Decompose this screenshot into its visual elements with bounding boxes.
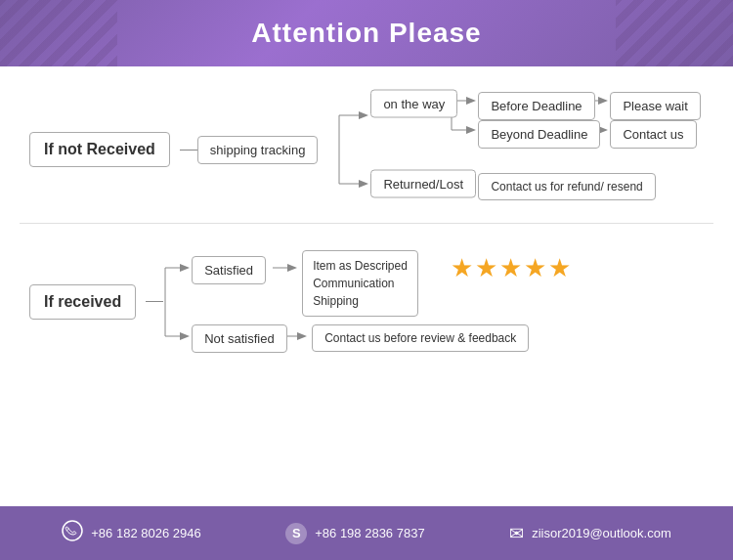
email-icon: ✉ (509, 523, 524, 544)
satisfied-box: Satisfied (192, 256, 266, 284)
on-the-way-box: on the way (370, 90, 457, 118)
not-satisfied-box: Not satisfied (192, 324, 287, 353)
connector-line-2 (146, 301, 163, 302)
header-deco-right (616, 0, 733, 66)
please-wait-box: Please wait (610, 92, 700, 120)
satisfied-line3: Shipping (313, 292, 408, 310)
satisfied-result-box: Item as Descriped Communication Shipping (302, 250, 418, 317)
skype-icon: S (285, 523, 307, 544)
not-satisfied-result-box: Contact us before review & feedback (312, 324, 529, 352)
footer-phone1-text: +86 182 8026 2946 (91, 526, 200, 540)
received-label: If received (29, 284, 136, 320)
returned-lost-box: Returned/Lost (370, 170, 476, 198)
stars-display: ★★★★★ (451, 253, 573, 283)
not-received-label: If not Received (29, 132, 170, 167)
footer: +86 182 8026 2946 S +86 198 2836 7837 ✉ … (0, 506, 733, 560)
app-container: Attention Please If not Received shippin… (0, 0, 733, 560)
footer-phone2: S +86 198 2836 7837 (285, 523, 424, 544)
footer-phone1: +86 182 8026 2946 (62, 520, 200, 546)
shipping-tracking-box: shipping tracking (197, 136, 319, 164)
header: Attention Please (0, 0, 733, 66)
before-deadline-box: Before Deadline (478, 92, 594, 120)
refund-box: Contact us for refund/ resend (478, 173, 655, 200)
svg-point-25 (63, 521, 82, 540)
footer-phone2-text: +86 198 2836 7837 (315, 526, 424, 540)
beyond-deadline-box: Beyond Deadline (478, 120, 600, 149)
connector-line-1 (180, 150, 197, 151)
footer-email: ✉ ziisor2019@outlook.com (509, 523, 671, 544)
top-boxes-overlay: on the way Returned/Lost Before Deadline… (322, 96, 703, 203)
bottom-boxes-overlay: Satisfied Not satisfied Item as Descripe… (167, 248, 685, 356)
phone-icon-1 (62, 520, 83, 546)
footer-email-text: ziisor2019@outlook.com (532, 526, 671, 540)
contact-us-box: Contact us (610, 120, 696, 149)
satisfied-line2: Communication (313, 275, 408, 292)
top-section: If not Received shipping tracking (0, 66, 733, 223)
header-title: Attention Please (251, 18, 481, 49)
satisfied-line1: Item as Descriped (313, 257, 408, 275)
bottom-section: If received Satisfied Not satisfied (0, 224, 733, 375)
header-deco-left (0, 0, 117, 66)
